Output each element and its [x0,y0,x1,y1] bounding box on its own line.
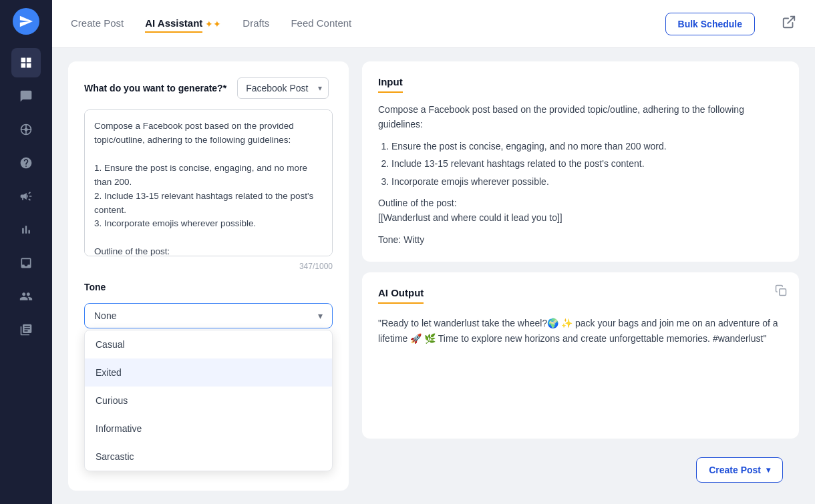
network-icon [19,123,33,136]
sidebar-item-support[interactable] [11,148,41,178]
copy-icon[interactable] [775,284,787,299]
tab-feed-content[interactable]: Feed Content [291,15,351,33]
svg-line-4 [788,17,794,23]
input-card-title: Input [378,76,403,93]
tone-option-informative[interactable]: Informative [85,415,332,443]
tone-dropdown: Casual Exited Curious Informative Sarcas… [84,330,333,471]
tone-option-casual[interactable]: Casual [85,330,332,358]
guideline-1: Ensure the post is concise, engaging, an… [391,139,783,154]
export-icon[interactable] [782,15,796,33]
input-intro: Compose a Facebook post based on the pro… [378,102,783,132]
char-count: 347/1000 [84,262,333,271]
campaigns-icon [19,190,33,203]
sidebar-item-library[interactable] [11,315,41,344]
support-icon [19,156,33,170]
send-icon [19,14,33,29]
tab-ai-assistant[interactable]: AI Assistant [145,15,202,33]
tone-select-button[interactable]: None ▾ [84,303,333,328]
bottom-bar: Create Post ▾ [362,449,799,491]
post-type-select[interactable]: Facebook Post Instagram Post Twitter Pos… [237,77,329,99]
left-panel: What do you want to generate?* Facebook … [68,61,349,491]
ai-output-card: AI Output "Ready to let wanderlust take … [362,272,799,439]
main-content: Create Post AI Assistant ✦✦ Drafts Feed … [52,0,815,504]
outline-label: Outline of the post: [378,196,783,210]
input-guidelines: Ensure the post is concise, engaging, an… [378,139,783,189]
guideline-3: Incorporate emojis wherever possible. [391,174,783,189]
tone-option-exited[interactable]: Exited [85,358,332,387]
library-icon [19,323,33,336]
messages-icon [19,89,33,103]
sidebar-item-network[interactable] [11,115,41,144]
users-icon [19,290,33,303]
generate-label: What do you want to generate?* [84,83,226,93]
sparkle-icon: ✦✦ [205,19,221,29]
bulk-schedule-button[interactable]: Bulk Schedule [665,13,755,35]
chevron-down-icon: ▾ [318,310,323,321]
tone-selected-value: None [94,310,116,321]
tab-drafts[interactable]: Drafts [242,15,269,33]
sidebar-item-inbox[interactable] [11,248,41,278]
sidebar-item-dashboard[interactable] [11,48,41,77]
ai-output-title: AI Output [378,287,424,304]
tab-create-post[interactable]: Create Post [71,15,124,33]
top-nav: Create Post AI Assistant ✦✦ Drafts Feed … [52,0,815,48]
tone-option-sarcastic[interactable]: Sarcastic [85,443,332,471]
create-post-label: Create Post [709,465,761,475]
tone-select-wrapper: None ▾ Casual Exited Curious Informative… [84,303,333,328]
create-post-chevron-icon: ▾ [766,465,770,475]
input-text: Compose a Facebook post based on the pro… [378,102,783,247]
content-area: What do you want to generate?* Facebook … [52,48,815,504]
prompt-textarea[interactable]: Compose a Facebook post based on the pro… [84,109,333,256]
tone-option-curious[interactable]: Curious [85,387,332,415]
inbox-icon [19,256,33,270]
input-card: Input Compose a Facebook post based on t… [362,61,799,262]
create-post-button[interactable]: Create Post ▾ [696,457,783,483]
tone-value: Tone: Witty [378,232,783,247]
guideline-2: Include 13-15 relevant hashtags related … [391,156,783,171]
sidebar-item-analytics[interactable] [11,215,41,244]
sidebar-item-messages[interactable] [11,81,41,111]
sidebar-item-users[interactable] [11,282,41,311]
sidebar-item-campaigns[interactable] [11,182,41,211]
post-type-select-wrapper: Facebook Post Instagram Post Twitter Pos… [237,77,329,99]
ai-output-text: "Ready to let wanderlust take the wheel?… [378,316,783,346]
analytics-icon [19,223,33,236]
sidebar [0,0,52,504]
tone-label: Tone [84,282,333,292]
outline-value: [[Wanderlust and where could it lead you… [378,210,783,225]
app-logo[interactable] [13,8,39,35]
right-panel: Input Compose a Facebook post based on t… [362,61,799,491]
dashboard-icon [19,56,33,69]
svg-rect-5 [780,289,786,296]
